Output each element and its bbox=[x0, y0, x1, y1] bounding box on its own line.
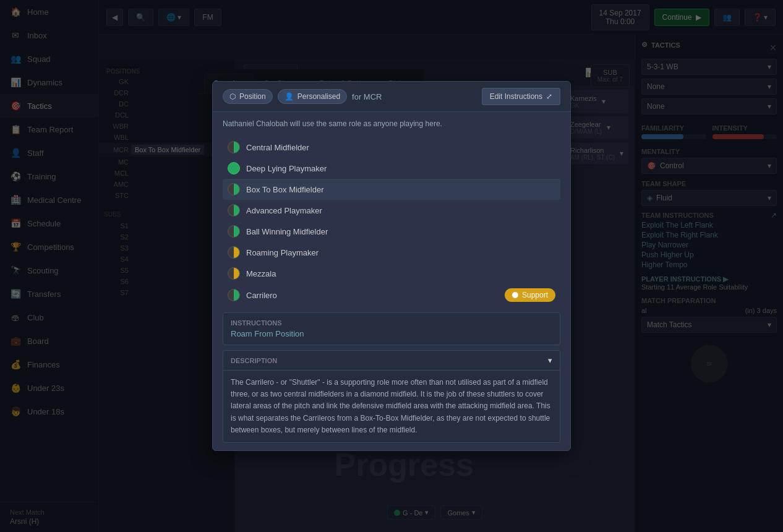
role-icon-roaming-playmaker bbox=[228, 246, 240, 259]
role-item-ball-winning[interactable]: Ball Winning Midfielder bbox=[223, 221, 560, 242]
for-mcr-text: for MCR bbox=[352, 92, 382, 101]
instructions-box: INSTRUCTIONS Roam From Position bbox=[223, 312, 560, 345]
role-item-mezzala[interactable]: Mezzala bbox=[223, 263, 560, 284]
role-item-box-to-box[interactable]: Box To Box Midfielder bbox=[223, 179, 560, 200]
role-selection-modal: ⬡ Position 👤 Personalised for MCR Edit I… bbox=[212, 81, 571, 451]
modal-body: Nathaniel Chalobah will use the same rol… bbox=[213, 112, 570, 450]
role-label: Deep Lying Playmaker bbox=[246, 164, 327, 173]
role-label: Central Midfielder bbox=[246, 143, 309, 152]
role-label: Advanced Playmaker bbox=[246, 206, 322, 215]
personalised-icon: 👤 bbox=[285, 92, 294, 101]
role-label: Box To Box Midfielder bbox=[246, 185, 324, 194]
support-dot bbox=[512, 292, 518, 298]
role-label: Carrilero bbox=[246, 291, 277, 300]
role-icon-mezzala bbox=[228, 267, 240, 280]
instructions-value: Roam From Position bbox=[231, 329, 552, 338]
role-item-advanced-playmaker[interactable]: Advanced Playmaker bbox=[223, 200, 560, 221]
personalised-label: Personalised bbox=[297, 92, 340, 101]
role-item-deep-lying-playmaker[interactable]: Deep Lying Playmaker bbox=[223, 158, 560, 179]
description-label: DESCRIPTION bbox=[231, 357, 277, 364]
info-text: Nathaniel Chalobah will use the same rol… bbox=[223, 119, 560, 128]
role-label: Ball Winning Midfielder bbox=[246, 227, 328, 236]
role-item-carrilero[interactable]: Carrilero Support bbox=[223, 284, 560, 306]
edit-instructions-button[interactable]: Edit Instructions ⤢ bbox=[482, 88, 560, 105]
role-label: Roaming Playmaker bbox=[246, 248, 319, 257]
modal-header: ⬡ Position 👤 Personalised for MCR Edit I… bbox=[213, 82, 570, 112]
description-content: The Carrilero - or "Shuttler" - is a sup… bbox=[223, 371, 560, 442]
instructions-label: INSTRUCTIONS bbox=[231, 319, 552, 327]
role-icon-central-midfielder bbox=[228, 141, 240, 153]
role-item-central-midfielder[interactable]: Central Midfielder bbox=[223, 137, 560, 158]
position-badge[interactable]: ⬡ Position bbox=[223, 89, 273, 104]
support-label: Support bbox=[522, 291, 548, 299]
edit-instructions-label: Edit Instructions bbox=[490, 92, 542, 101]
role-item-roaming-playmaker[interactable]: Roaming Playmaker bbox=[223, 242, 560, 263]
position-label: Position bbox=[239, 92, 266, 101]
role-icon-advanced-playmaker bbox=[228, 204, 240, 217]
expand-icon: ⤢ bbox=[546, 92, 552, 101]
description-box: DESCRIPTION ▾ The Carrilero - or "Shuttl… bbox=[223, 350, 560, 443]
position-icon: ⬡ bbox=[229, 92, 236, 101]
support-badge[interactable]: Support bbox=[505, 288, 555, 302]
role-icon-ball-winning bbox=[228, 225, 240, 238]
role-list: Central Midfielder Deep Lying Playmaker … bbox=[223, 137, 560, 306]
modal-header-left: ⬡ Position 👤 Personalised for MCR bbox=[223, 89, 476, 104]
role-icon-carrilero bbox=[228, 289, 240, 301]
role-icon-box-to-box bbox=[228, 183, 240, 195]
description-header[interactable]: DESCRIPTION ▾ bbox=[223, 351, 560, 371]
role-label: Mezzala bbox=[246, 269, 276, 278]
personalised-badge[interactable]: 👤 Personalised bbox=[278, 89, 347, 104]
role-icon-deep-lying-playmaker bbox=[228, 162, 240, 174]
modal-overlay: ⬡ Position 👤 Personalised for MCR Edit I… bbox=[0, 0, 783, 532]
chevron-down-icon: ▾ bbox=[548, 356, 552, 365]
